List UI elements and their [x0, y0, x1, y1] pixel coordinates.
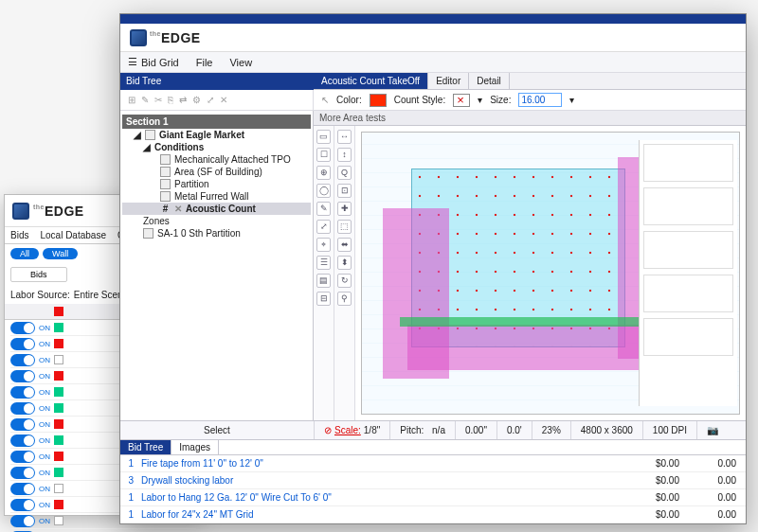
toggle[interactable]	[10, 451, 35, 463]
toggle[interactable]	[10, 467, 35, 479]
toggle-on-label: ON	[39, 404, 50, 413]
bids-dropdown[interactable]: Bids	[10, 267, 67, 282]
pointer-icon[interactable]: ↖	[321, 95, 329, 105]
menu-file[interactable]: File	[196, 57, 213, 68]
tool-icon[interactable]: ⎘	[168, 95, 173, 105]
item-amt: $0.00	[632, 492, 689, 503]
tool-icon[interactable]: ⊡	[337, 184, 352, 198]
tool-icon[interactable]: ⚲	[337, 292, 352, 306]
pill-all[interactable]: All	[10, 248, 39, 259]
tool-icon[interactable]: ⊞	[128, 95, 135, 105]
tool-icon[interactable]: ✚	[337, 202, 352, 216]
toggle[interactable]	[10, 386, 35, 399]
toggle[interactable]	[10, 515, 35, 527]
labor-source-label: Labor Source:	[10, 290, 70, 300]
bid-tree[interactable]: Section 1 ◢ Giant Eagle Market ◢Conditio…	[120, 111, 313, 420]
tool-icon[interactable]: ⚙	[192, 95, 201, 105]
toggle[interactable]	[10, 402, 35, 415]
tree-item[interactable]: Area (SF of Building)	[122, 166, 311, 178]
tool-icon[interactable]: ⊕	[316, 166, 331, 180]
bottom-tab-bidtree[interactable]: Bid Tree	[120, 440, 171, 454]
tool-icon[interactable]: ↻	[337, 274, 352, 288]
tool-icon[interactable]: ✂	[154, 95, 162, 105]
tree-section[interactable]: Section 1	[122, 115, 311, 129]
count-style-label: Count Style:	[394, 95, 445, 105]
item-row[interactable]: 1 Labor for 24"x 24" MT Grid $0.00 0.00	[120, 506, 746, 523]
tool-icon[interactable]: ⤢	[316, 220, 331, 234]
count-style-swatch[interactable]	[453, 94, 470, 107]
tab-takeoff[interactable]: Acoustic Count TakeOff	[314, 73, 428, 89]
tree-item[interactable]: Partition	[122, 178, 311, 190]
tab-bids[interactable]: Bids	[5, 227, 34, 243]
tab-editor[interactable]: Editor	[428, 73, 469, 89]
tab-detail[interactable]: Detail	[469, 73, 510, 89]
status-cam-icon[interactable]: 📷	[696, 421, 728, 439]
dropdown-icon[interactable]: ▾	[569, 95, 574, 105]
logo-text: theEDGE	[150, 30, 201, 45]
tool-icon[interactable]: ▭	[316, 130, 331, 144]
tool-icon[interactable]: ⬌	[337, 238, 352, 252]
menu-bid-grid[interactable]: ☰ Bid Grid	[128, 56, 179, 68]
tool-icon[interactable]: ☰	[316, 256, 331, 270]
tree-item-selected[interactable]: # ✕ Acoustic Count	[122, 203, 311, 215]
toggle[interactable]	[10, 322, 35, 334]
tool-icon[interactable]: ↕	[337, 148, 352, 162]
toggle[interactable]	[10, 483, 35, 495]
tool-icon[interactable]: ⤢	[207, 95, 214, 105]
tab-localdb[interactable]: Local Database	[34, 227, 112, 243]
tool-icon[interactable]: ✕	[220, 95, 227, 105]
tool-icon[interactable]: ⌖	[316, 238, 331, 252]
doc-icon	[145, 130, 155, 140]
tool-icon[interactable]: ▤	[316, 274, 331, 288]
tree-zone-item[interactable]: SA-1 0 Sth Partition	[122, 227, 311, 239]
toggle[interactable]	[10, 354, 35, 366]
toggle-on-label: ON	[39, 340, 50, 348]
tool-icon[interactable]: ◯	[316, 184, 331, 198]
item-row[interactable]: 1 Labor to Hang 12 Ga. 12' 0" Wire Cut T…	[120, 489, 746, 506]
tree-item[interactable]: Mechanically Attached TPO	[122, 153, 311, 166]
tool-icon[interactable]: Q	[337, 166, 352, 180]
zone-green	[400, 317, 646, 327]
menu-view[interactable]: View	[229, 57, 252, 68]
toggle[interactable]	[10, 370, 35, 382]
item-amt: $0.00	[632, 509, 689, 520]
tool-icon[interactable]: ⇄	[179, 95, 187, 105]
tool-icon[interactable]: ↔	[337, 130, 352, 144]
status-scale[interactable]: ⊘ Scale: 1/8"	[314, 421, 389, 439]
color-label: Color:	[336, 95, 362, 105]
tool-icon[interactable]: ☐	[316, 148, 331, 162]
tree-zones[interactable]: Zones	[122, 215, 311, 227]
tree-root[interactable]: ◢ Giant Eagle Market	[122, 129, 311, 141]
pill-wall[interactable]: Wall	[43, 248, 78, 259]
plan-notes	[639, 140, 737, 406]
size-input[interactable]	[518, 93, 562, 107]
toggle[interactable]	[10, 418, 35, 431]
tool-column-right: ↔ ↕ Q ⊡ ✚ ⬚ ⬌ ⬍ ↻ ⚲	[334, 126, 355, 420]
toggle-on-label: ON	[39, 501, 50, 509]
item-qty: 1	[120, 509, 137, 520]
status-select[interactable]: Select	[120, 421, 314, 439]
item-row[interactable]: 3 Drywall stocking labor $0.00 0.00	[120, 472, 746, 489]
cond-icon	[160, 179, 171, 189]
color-swatch[interactable]	[370, 94, 387, 107]
tool-icon[interactable]: ⊟	[316, 292, 331, 306]
color-header-icon	[54, 307, 63, 316]
item-desc: Fire tape from 11' 0" to 12' 0"	[137, 458, 632, 469]
tree-conditions[interactable]: ◢Conditions	[122, 141, 311, 153]
toggle[interactable]	[10, 434, 35, 447]
dropdown-icon[interactable]: ▾	[478, 95, 482, 105]
tool-icon[interactable]: ✎	[316, 202, 331, 216]
bidtree-header: Bid Tree	[120, 73, 314, 90]
item-qty: 3	[120, 475, 137, 486]
item-row[interactable]: 1 Fire tape from 11' 0" to 12' 0" $0.00 …	[120, 455, 746, 472]
toggle[interactable]	[10, 338, 35, 350]
tool-icon[interactable]: ⬍	[337, 256, 352, 270]
drawing-canvas[interactable]	[355, 126, 746, 420]
labor-source-value[interactable]: Entire Scen	[74, 290, 123, 300]
bottom-tab-images[interactable]: Images	[171, 440, 219, 454]
tool-icon[interactable]: ✎	[141, 95, 149, 105]
tool-icon[interactable]: ⬚	[337, 220, 352, 234]
toggle[interactable]	[10, 499, 35, 511]
tree-item[interactable]: Metal Furred Wall	[122, 190, 311, 203]
size-label: Size:	[490, 95, 511, 105]
